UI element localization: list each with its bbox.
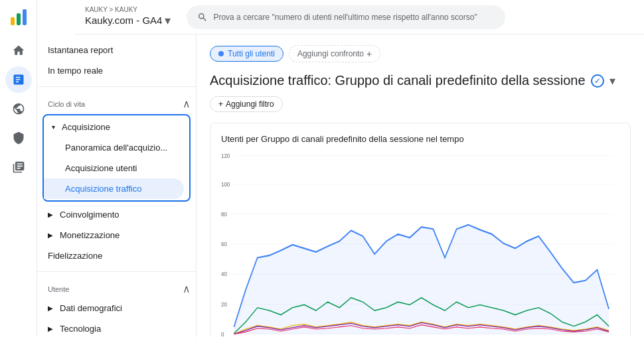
expand-icon-tecnologia: ▶ [48, 325, 53, 332]
sidebar-item-panoramica-acquisizione[interactable]: Panoramica dell'acquizio... [44, 137, 184, 158]
expand-icon-coinvolgimento: ▶ [48, 211, 53, 218]
search-placeholder: Prova a cercare "numero di utenti nell'u… [213, 13, 477, 22]
expand-icon: ▾ [52, 123, 55, 131]
svg-text:20: 20 [221, 301, 227, 308]
icon-bar [0, 0, 37, 337]
sidebar-item-monetizzazione[interactable]: ▶ Monetizzazione [37, 225, 191, 245]
chart-title: Utenti per Gruppo di canali predefinito … [221, 134, 619, 144]
breadcrumb: KAUKY > KAUKY [85, 7, 171, 13]
add-icon: + [366, 48, 372, 59]
expand-icon-dati: ▶ [48, 304, 53, 312]
sidebar: Istantanea report In tempo reale Ciclo d… [37, 34, 197, 337]
chart-area: 0 20 40 60 80 100 120 [221, 152, 619, 337]
filter-row: + Aggiungi filtro [210, 96, 631, 112]
chart-card: Utenti per Gruppo di canali predefinito … [210, 123, 631, 337]
audience-chip[interactable]: Tutti gli utenti [210, 46, 283, 62]
reports-icon[interactable] [5, 66, 32, 93]
property-title[interactable]: Kauky.com - GA4 ▾ [85, 13, 171, 28]
advertising-icon[interactable] [5, 125, 32, 151]
svg-text:80: 80 [221, 210, 227, 218]
chips-row: Tutti gli utenti Aggiungi confronto + [210, 45, 631, 62]
sidebar-item-acquisizione-traffico[interactable]: Acquisizione traffico [44, 178, 184, 199]
svg-text:120: 120 [221, 152, 230, 159]
search-bar[interactable]: Prova a cercare "numero di utenti nell'u… [187, 5, 505, 29]
section-collapse-icon[interactable]: ∧ [183, 98, 191, 110]
audience-chip-dot [218, 51, 224, 56]
sidebar-item-tecnologia[interactable]: ▶ Tecnologia [37, 318, 191, 337]
sidebar-divider-2 [37, 271, 196, 272]
expand-icon-monetizzazione: ▶ [48, 232, 53, 239]
svg-rect-1 [17, 13, 21, 25]
sidebar-item-acquisizione[interactable]: ▾ Acquisizione [44, 117, 184, 137]
svg-text:0: 0 [221, 330, 224, 337]
home-icon[interactable] [5, 37, 32, 64]
sidebar-item-realtime[interactable]: In tempo reale [37, 60, 191, 81]
section-title-lifecycle: Ciclo di vita [48, 100, 85, 108]
svg-text:60: 60 [221, 240, 227, 247]
svg-rect-2 [23, 9, 27, 25]
svg-marker-25 [234, 225, 609, 334]
title-dropdown-icon[interactable]: ▾ [609, 74, 615, 88]
explore-icon[interactable] [5, 96, 32, 122]
sidebar-item-acquisizione-utenti[interactable]: Acquisizione utenti [44, 158, 184, 178]
section-collapse-icon-2[interactable]: ∧ [183, 283, 191, 295]
sidebar-divider [37, 86, 196, 87]
svg-rect-0 [11, 17, 15, 25]
svg-text:100: 100 [221, 180, 230, 188]
status-icon: ✓ [591, 74, 604, 88]
sidebar-item-coinvolgimento[interactable]: ▶ Coinvolgimento [37, 204, 191, 225]
property-dropdown-icon[interactable]: ▾ [165, 13, 171, 28]
sidebar-item-fidelizzazione[interactable]: Fidelizzazione [37, 245, 191, 266]
app-logo [7, 5, 31, 29]
property-selector[interactable]: KAUKY > KAUKY Kauky.com - GA4 ▾ [85, 7, 171, 28]
sidebar-item-snapshot[interactable]: Istantanea report [37, 40, 191, 60]
filter-plus-icon: + [218, 100, 223, 109]
svg-text:40: 40 [221, 271, 227, 278]
acquisizione-group: ▾ Acquisizione Panoramica dell'acquizio.… [42, 114, 191, 202]
sidebar-item-dati-demografici[interactable]: ▶ Dati demografici [37, 298, 191, 318]
search-icon [197, 12, 208, 23]
admin-icon[interactable] [5, 154, 32, 180]
header: KAUKY > KAUKY Kauky.com - GA4 ▾ Prova a … [74, 0, 644, 34]
page-title: Acquisizione traffico: Gruppo di canali … [210, 73, 631, 88]
add-comparison-chip[interactable]: Aggiungi confronto + [289, 45, 380, 62]
section-title-user: Utente [48, 285, 69, 293]
content-area: Tutti gli utenti Aggiungi confronto + Ac… [197, 34, 644, 337]
add-filter-button[interactable]: + Aggiungi filtro [210, 96, 283, 112]
